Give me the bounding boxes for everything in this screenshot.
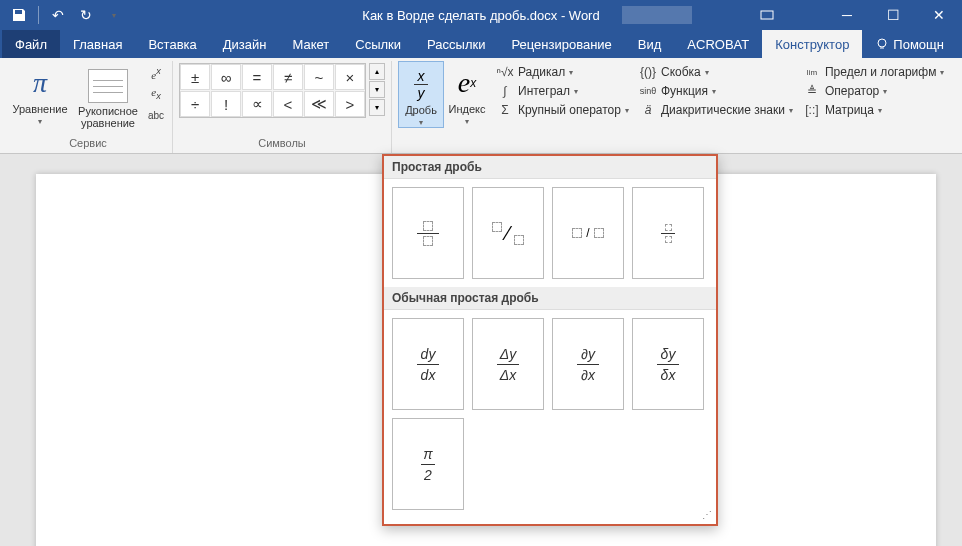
ink-equation-button[interactable]: Рукописное уравнение bbox=[74, 61, 142, 129]
fraction-label: Дробь bbox=[405, 104, 437, 116]
tab-layout[interactable]: Макет bbox=[279, 30, 342, 58]
sym-lt[interactable]: < bbox=[273, 91, 303, 117]
chevron-down-icon: ▾ bbox=[712, 87, 716, 96]
tab-review[interactable]: Рецензирование bbox=[498, 30, 624, 58]
sym-eq[interactable]: = bbox=[242, 64, 272, 90]
tab-references[interactable]: Ссылки bbox=[342, 30, 414, 58]
linear-icon[interactable]: ex bbox=[146, 84, 166, 104]
limlog-button[interactable]: limПредел и логарифм▾ bbox=[803, 64, 944, 80]
sym-ll[interactable]: ≪ bbox=[304, 91, 334, 117]
ribbon-opts-icon bbox=[760, 8, 774, 22]
tab-view[interactable]: Вид bbox=[625, 30, 675, 58]
limlog-label: Предел и логарифм bbox=[825, 65, 936, 79]
integral-button[interactable]: ∫Интеграл▾ bbox=[496, 83, 629, 99]
sym-div[interactable]: ÷ bbox=[180, 91, 210, 117]
ribbon-tabstrip: Файл Главная Вставка Дизайн Макет Ссылки… bbox=[0, 30, 962, 58]
matrix-icon: [::] bbox=[803, 102, 821, 118]
function-button[interactable]: sinθФункция▾ bbox=[639, 83, 793, 99]
sym-neq[interactable]: ≠ bbox=[273, 64, 303, 90]
frac-pi-2[interactable]: π2 bbox=[392, 418, 464, 510]
placeholder-icon bbox=[665, 224, 672, 231]
dd-section-1: Простая дробь bbox=[384, 156, 716, 179]
save-button[interactable] bbox=[6, 2, 32, 28]
integral-label: Интеграл bbox=[518, 84, 570, 98]
ribbon: π Уравнение ▾ Рукописное уравнение ex ex… bbox=[0, 58, 962, 154]
titlebar: ↶ ↻ ▾ Как в Ворде сделать дробь.docx - W… bbox=[0, 0, 962, 30]
tab-constructor[interactable]: Конструктор bbox=[762, 30, 862, 58]
placeholder-icon bbox=[492, 222, 502, 232]
symbol-scroll: ▴ ▾ ▾ bbox=[369, 63, 385, 116]
group-service-caption: Сервис bbox=[10, 135, 166, 153]
struct-col-1: ⁿ√xРадикал▾ ∫Интеграл▾ ΣКрупный оператор… bbox=[496, 61, 629, 118]
sym-scroll-up[interactable]: ▴ bbox=[369, 63, 385, 80]
undo-button[interactable]: ↶ bbox=[45, 2, 71, 28]
sym-infinity[interactable]: ∞ bbox=[211, 64, 241, 90]
group-symbols: ± ∞ = ≠ ~ × ÷ ! ∝ < ≪ > ▴ ▾ ▾ Символы bbox=[173, 61, 392, 153]
operator-label: Оператор bbox=[825, 84, 879, 98]
frac-small[interactable] bbox=[632, 187, 704, 279]
operator-button[interactable]: ≜Оператор▾ bbox=[803, 83, 944, 99]
placeholder-icon bbox=[594, 228, 604, 238]
qat-customize[interactable]: ▾ bbox=[101, 2, 127, 28]
sigma-icon: Σ bbox=[496, 102, 514, 118]
frac-num: dy bbox=[421, 346, 436, 362]
frac-den: ∂x bbox=[581, 367, 595, 383]
frac-linear[interactable]: / bbox=[552, 187, 624, 279]
tab-acrobat[interactable]: ACROBAT bbox=[674, 30, 762, 58]
dd-common-grid: dydx ΔyΔx ∂y∂x δyδx π2 bbox=[384, 310, 716, 518]
minimize-button[interactable]: ─ bbox=[824, 0, 870, 30]
frac-num: π bbox=[423, 446, 432, 462]
save-icon bbox=[11, 7, 27, 23]
tab-help[interactable]: Помощн bbox=[862, 30, 957, 58]
professional-icon[interactable]: ex bbox=[146, 63, 166, 83]
equation-button[interactable]: π Уравнение ▾ bbox=[10, 61, 70, 126]
tab-home[interactable]: Главная bbox=[60, 30, 135, 58]
sym-pm[interactable]: ± bbox=[180, 64, 210, 90]
bracket-label: Скобка bbox=[661, 65, 701, 79]
fraction-button[interactable]: xy Дробь ▾ bbox=[398, 61, 444, 128]
large-op-label: Крупный оператор bbox=[518, 103, 621, 117]
tab-insert[interactable]: Вставка bbox=[135, 30, 209, 58]
sym-times[interactable]: × bbox=[335, 64, 365, 90]
large-op-button[interactable]: ΣКрупный оператор▾ bbox=[496, 102, 629, 118]
sym-scroll-down[interactable]: ▾ bbox=[369, 81, 385, 98]
slash-icon: ⁄ bbox=[506, 222, 509, 245]
maximize-button[interactable]: ☐ bbox=[870, 0, 916, 30]
function-label: Функция bbox=[661, 84, 708, 98]
radical-button[interactable]: ⁿ√xРадикал▾ bbox=[496, 64, 629, 80]
window-controls: ─ ☐ ✕ bbox=[824, 0, 962, 30]
frac-delta-y-x[interactable]: ΔyΔx bbox=[472, 318, 544, 410]
bracket-button[interactable]: {()}Скобка▾ bbox=[639, 64, 793, 80]
tools-small-col: ex ex abc bbox=[146, 61, 166, 125]
frac-partial-y-x[interactable]: ∂y∂x bbox=[552, 318, 624, 410]
matrix-button[interactable]: [::]Матрица▾ bbox=[803, 102, 944, 118]
ribbon-display-options[interactable] bbox=[760, 0, 774, 30]
tab-file[interactable]: Файл bbox=[2, 30, 60, 58]
sym-propto[interactable]: ∝ bbox=[242, 91, 272, 117]
placeholder-icon bbox=[572, 228, 582, 238]
chevron-down-icon: ▾ bbox=[38, 117, 42, 126]
frac-small-delta-y-x[interactable]: δyδx bbox=[632, 318, 704, 410]
sym-tilde[interactable]: ~ bbox=[304, 64, 334, 90]
resize-grip-icon[interactable]: ⋰ bbox=[702, 509, 712, 520]
index-label: Индекс bbox=[449, 103, 486, 115]
tab-mailings[interactable]: Рассылки bbox=[414, 30, 498, 58]
struct-col-2: {()}Скобка▾ sinθФункция▾ äДиакритические… bbox=[639, 61, 793, 118]
frac-skewed[interactable]: ⁄ bbox=[472, 187, 544, 279]
frac-stacked[interactable] bbox=[392, 187, 464, 279]
sym-gt[interactable]: > bbox=[335, 91, 365, 117]
close-button[interactable]: ✕ bbox=[916, 0, 962, 30]
tab-design[interactable]: Дизайн bbox=[210, 30, 280, 58]
sym-more[interactable]: ▾ bbox=[369, 99, 385, 116]
diacritic-icon: ä bbox=[639, 102, 657, 118]
lightbulb-icon bbox=[875, 37, 889, 51]
sym-fact[interactable]: ! bbox=[211, 91, 241, 117]
abc-button[interactable]: abc bbox=[146, 105, 166, 125]
redo-button[interactable]: ↻ bbox=[73, 2, 99, 28]
frac-dy-dx[interactable]: dydx bbox=[392, 318, 464, 410]
diacritic-button[interactable]: äДиакритические знаки▾ bbox=[639, 102, 793, 118]
frac-den: dx bbox=[421, 367, 436, 383]
index-button[interactable]: ex Индекс ▾ bbox=[444, 61, 490, 126]
account-box[interactable] bbox=[622, 6, 692, 24]
help-label: Помощн bbox=[893, 37, 944, 52]
